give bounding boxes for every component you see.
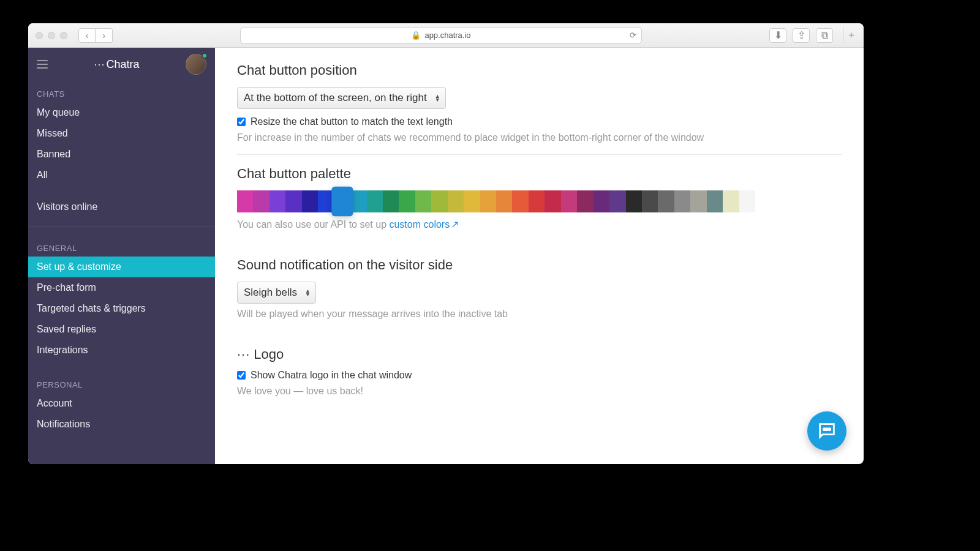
- color-swatch[interactable]: [270, 190, 285, 212]
- color-swatch[interactable]: [723, 190, 739, 212]
- color-swatch[interactable]: [690, 190, 706, 212]
- show-logo-checkbox-label: Show Chatra logo in the chat window: [251, 370, 412, 381]
- color-swatch[interactable]: [302, 190, 318, 212]
- color-swatch[interactable]: [237, 190, 253, 212]
- color-swatch[interactable]: [609, 190, 625, 212]
- color-swatch[interactable]: [464, 190, 480, 212]
- select-arrows-icon: ▲▼: [435, 94, 440, 102]
- palette-heading: Chat button palette: [237, 166, 842, 182]
- palette-hint: You can also use our API to set up custo…: [237, 219, 842, 230]
- color-swatch[interactable]: [253, 190, 269, 212]
- logo-heading: ··· Logo: [237, 347, 842, 362]
- color-swatch[interactable]: [431, 190, 447, 212]
- resize-checkbox-row[interactable]: Resize the chat button to match the text…: [237, 116, 842, 127]
- svg-point-1: [826, 429, 828, 430]
- color-swatch[interactable]: [626, 190, 642, 212]
- maximize-window-icon[interactable]: [60, 32, 67, 39]
- palette-hint-prefix: You can also use our API to set up: [237, 219, 389, 230]
- url-bar[interactable]: 🔒 app.chatra.io ⟳: [240, 28, 642, 43]
- avatar[interactable]: [186, 54, 206, 75]
- color-swatch[interactable]: [658, 190, 674, 212]
- sidebar-item-banned[interactable]: Banned: [28, 144, 215, 165]
- sidebar-item-missed[interactable]: Missed: [28, 123, 215, 144]
- forward-button[interactable]: ›: [96, 28, 113, 43]
- close-window-icon[interactable]: [36, 32, 43, 39]
- downloads-button[interactable]: ⬇: [769, 28, 786, 43]
- select-arrows-icon: ▲▼: [305, 289, 311, 296]
- color-swatch[interactable]: [448, 190, 464, 212]
- sidebar-item-account[interactable]: Account: [28, 393, 215, 414]
- menu-button[interactable]: [37, 60, 48, 69]
- sound-heading: Sound notification on the visitor side: [237, 257, 842, 273]
- show-logo-checkbox[interactable]: [237, 371, 246, 380]
- window-controls: [36, 32, 67, 39]
- download-icon: ⬇: [774, 29, 782, 41]
- minimize-window-icon[interactable]: [48, 32, 55, 39]
- sidebar-item-notifications[interactable]: Notifications: [28, 414, 215, 435]
- svg-point-2: [829, 429, 831, 430]
- color-swatch[interactable]: [496, 190, 512, 212]
- external-link-icon: ↗: [451, 219, 459, 230]
- logo-hint: We love you — love us back!: [237, 386, 842, 397]
- section-logo: ··· Logo Show Chatra logo in the chat wi…: [237, 347, 842, 408]
- sidebar-item-all[interactable]: All: [28, 165, 215, 186]
- section-palette: Chat button palette You can also use our…: [237, 166, 842, 241]
- color-swatch[interactable]: [739, 190, 755, 212]
- color-swatch[interactable]: [331, 187, 353, 217]
- resize-checkbox-label: Resize the chat button to match the text…: [251, 116, 453, 127]
- presence-indicator-icon: [202, 53, 208, 59]
- color-swatch[interactable]: [594, 190, 609, 212]
- tabs-button[interactable]: ⧉: [816, 28, 833, 43]
- sidebar-item-integrations[interactable]: Integrations: [28, 340, 215, 361]
- position-select-value: At the bottom of the screen, on the righ…: [244, 92, 427, 104]
- content: Chat button position At the bottom of th…: [215, 48, 864, 464]
- custom-colors-link[interactable]: custom colors ↗: [389, 219, 459, 230]
- color-swatch[interactable]: [415, 190, 431, 212]
- share-icon: ⇪: [797, 29, 805, 41]
- color-swatch[interactable]: [642, 190, 658, 212]
- color-swatch[interactable]: [512, 190, 528, 212]
- svg-point-0: [823, 429, 825, 430]
- section-position: Chat button position At the bottom of th…: [237, 62, 842, 155]
- color-swatch[interactable]: [285, 190, 301, 212]
- sidebar-item-triggers[interactable]: Targeted chats & triggers: [28, 298, 215, 319]
- brand-dots-icon: ···: [237, 347, 250, 362]
- reload-icon[interactable]: ⟳: [630, 31, 636, 40]
- resize-checkbox[interactable]: [237, 118, 246, 126]
- color-swatch[interactable]: [529, 190, 545, 212]
- color-swatch[interactable]: [383, 190, 399, 212]
- position-heading: Chat button position: [237, 62, 842, 78]
- plus-icon: ＋: [846, 29, 856, 42]
- browser-window: ‹ › 🔒 app.chatra.io ⟳ ⬇ ⇪ ⧉ ＋ ··· Chatra: [28, 23, 864, 464]
- color-swatch[interactable]: [367, 190, 383, 212]
- custom-colors-link-label: custom colors: [389, 219, 450, 230]
- color-swatch[interactable]: [674, 190, 690, 212]
- color-swatch[interactable]: [561, 190, 577, 212]
- color-swatch[interactable]: [480, 190, 496, 212]
- sidebar-item-my-queue[interactable]: My queue: [28, 102, 215, 123]
- chevron-left-icon: ‹: [86, 31, 89, 40]
- chat-widget-button[interactable]: [807, 411, 846, 451]
- show-logo-checkbox-row[interactable]: Show Chatra logo in the chat window: [237, 370, 842, 381]
- color-swatch[interactable]: [399, 190, 415, 212]
- sidebar-item-setup[interactable]: Set up & customize: [28, 257, 215, 277]
- chat-bubble-icon: [816, 421, 837, 441]
- new-tab-button[interactable]: ＋: [843, 27, 856, 44]
- color-swatch[interactable]: [707, 190, 723, 212]
- color-swatch[interactable]: [545, 190, 560, 212]
- color-palette: [237, 190, 755, 212]
- share-button[interactable]: ⇪: [793, 28, 810, 43]
- browser-toolbar: ‹ › 🔒 app.chatra.io ⟳ ⬇ ⇪ ⧉ ＋: [28, 23, 864, 48]
- section-chats-label: CHATS: [28, 81, 215, 102]
- logo-heading-label: Logo: [254, 347, 284, 362]
- section-general-label: GENERAL: [28, 235, 215, 257]
- back-button[interactable]: ‹: [78, 28, 96, 43]
- section-personal-label: PERSONAL: [28, 372, 215, 393]
- sound-select[interactable]: Sleigh bells ▲▼: [237, 282, 316, 304]
- sidebar-item-prechat[interactable]: Pre-chat form: [28, 277, 215, 298]
- color-swatch[interactable]: [577, 190, 593, 212]
- position-select[interactable]: At the bottom of the screen, on the righ…: [237, 87, 446, 109]
- tabs-icon: ⧉: [821, 30, 828, 41]
- sidebar-item-visitors[interactable]: Visitors online: [28, 197, 215, 217]
- sidebar-item-saved-replies[interactable]: Saved replies: [28, 319, 215, 340]
